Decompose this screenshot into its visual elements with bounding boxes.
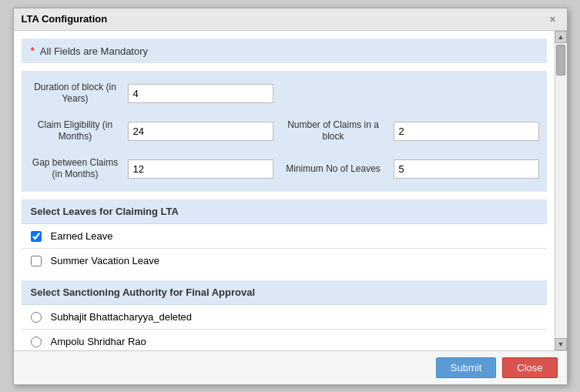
sanction-section-header: Select Sanctioning Authority for Final A… [22,280,547,305]
leave-item-earned: Earned Leave [22,224,547,249]
leave-section: Select Leaves for Claiming LTA Earned Le… [22,199,547,273]
gap-between-claims-input[interactable] [128,159,273,179]
earned-leave-label: Earned Leave [51,230,113,242]
earned-leave-checkbox[interactable] [31,231,42,242]
dialog-body: * All Fields are Mandatory Duration of b… [14,31,567,350]
summer-vacation-leave-label: Summer Vacation Leave [51,255,159,266]
number-of-claims-input[interactable] [394,122,539,141]
dialog-close-button[interactable]: × [546,13,558,25]
form-grid: Duration of block (in Years) Claim Eligi… [29,79,539,185]
summer-vacation-leave-checkbox[interactable] [31,256,42,266]
number-of-claims-label: Number of Claims in a block [280,116,387,146]
duration-label: Duration of block (in Years) [29,79,122,109]
claim-eligibility-input[interactable] [128,122,273,141]
sanction-label-ampolu: Ampolu Shridhar Rao [51,336,146,347]
mandatory-notice: * All Fields are Mandatory [22,39,547,63]
gap-between-claims-label: Gap between Claims (in Months) [29,154,122,184]
submit-button[interactable]: Submit [436,357,496,378]
scrollbar: ▲ ▼ [555,31,567,350]
dialog-footer: Submit Close [14,350,567,384]
sanction-label-subhajit: Subhajit Bhattacharyya_deleted [51,311,193,323]
lta-config-dialog: LTA Configuration × * All Fields are Man… [13,8,568,385]
leave-item-summer: Summer Vacation Leave [22,249,547,273]
scrollbar-up-arrow[interactable]: ▲ [555,31,567,43]
sanction-item-subhajit: Subhajit Bhattacharyya_deleted [22,305,547,330]
duration-input[interactable] [128,84,273,103]
minimum-no-of-leaves-input[interactable] [394,159,539,179]
sanction-radio-subhajit[interactable] [31,312,42,323]
dialog-content: * All Fields are Mandatory Duration of b… [14,31,555,350]
scrollbar-thumb[interactable] [556,45,565,75]
sanction-section: Select Sanctioning Authority for Final A… [22,280,547,350]
leave-section-header: Select Leaves for Claiming LTA [22,199,547,224]
form-section: Duration of block (in Years) Claim Eligi… [22,71,547,193]
sanction-item-ampolu: Ampolu Shridhar Rao [22,330,547,350]
scrollbar-down-arrow[interactable]: ▼ [555,338,567,350]
dialog-title: LTA Configuration [22,13,108,25]
minimum-no-of-leaves-label: Minimum No of Leaves [280,160,387,179]
dialog-title-bar: LTA Configuration × [14,8,567,31]
close-button[interactable]: Close [502,357,557,378]
mandatory-star: * [31,45,35,57]
mandatory-text: All Fields are Mandatory [40,45,148,57]
sanction-radio-ampolu[interactable] [31,337,42,347]
claim-eligibility-label: Claim Eligibility (in Months) [29,116,122,146]
